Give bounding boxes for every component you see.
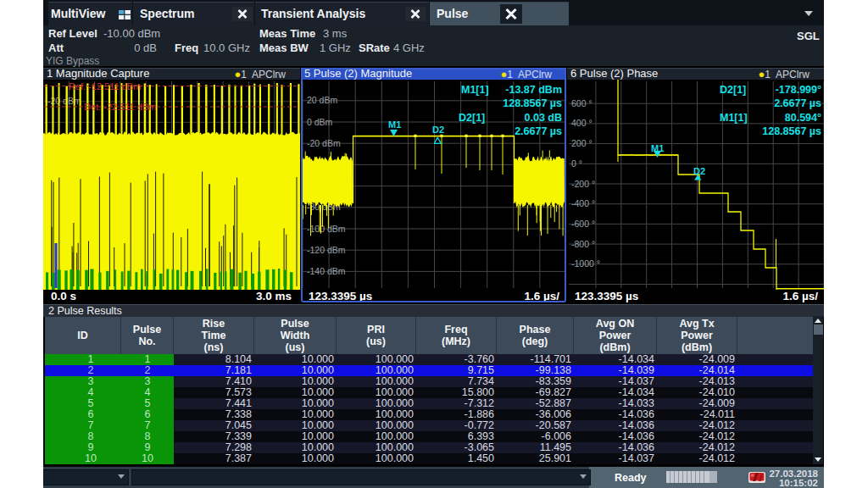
svg-text:-100 dBm: -100 dBm (307, 224, 346, 234)
svg-text:Det. -22.511 dBm: Det. -22.511 dBm (84, 102, 156, 112)
svg-text:600 °: 600 ° (571, 98, 593, 108)
svg-text:-800 °: -800 ° (571, 239, 595, 249)
svg-text:0 °: 0 ° (571, 158, 582, 169)
svg-text:400 °: 400 ° (571, 118, 593, 128)
svg-text:200 °: 200 ° (571, 138, 593, 148)
svg-text:-140 dBm: -140 dBm (307, 266, 346, 276)
svg-text:-600 °: -600 ° (571, 219, 595, 229)
svg-text:-20 dBm: -20 dBm (307, 138, 341, 148)
svg-text:20 dBm: 20 dBm (307, 95, 337, 105)
svg-text:-1000 °: -1000 ° (571, 258, 600, 269)
svg-text:-400 °: -400 ° (571, 198, 595, 208)
svg-text:0 dBm: 0 dBm (307, 117, 333, 127)
svg-text:Ref. -12.511 dBm: Ref. -12.511 dBm (69, 81, 141, 92)
svg-text:-200 °: -200 ° (571, 179, 595, 189)
svg-text:-120 dBm: -120 dBm (307, 245, 346, 255)
